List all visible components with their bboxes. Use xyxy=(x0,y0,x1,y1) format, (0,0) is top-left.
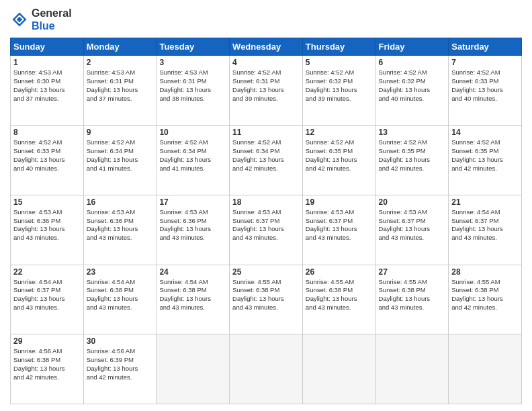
calendar-cell: 20Sunrise: 4:53 AM Sunset: 6:37 PM Dayli… xyxy=(375,195,449,265)
page: General Blue SundayMondayTuesdayWednesda… xyxy=(0,0,532,411)
calendar-cell: 10Sunrise: 4:52 AM Sunset: 6:34 PM Dayli… xyxy=(157,126,230,195)
calendar-cell: 29Sunrise: 4:56 AM Sunset: 6:38 PM Dayli… xyxy=(11,334,84,404)
cell-info: Sunrise: 4:56 AM Sunset: 6:38 PM Dayligh… xyxy=(13,347,81,381)
calendar-cell: 26Sunrise: 4:55 AM Sunset: 6:38 PM Dayli… xyxy=(302,265,375,334)
calendar-cell: 21Sunrise: 4:54 AM Sunset: 6:37 PM Dayli… xyxy=(449,195,522,265)
cell-info: Sunrise: 4:52 AM Sunset: 6:32 PM Dayligh… xyxy=(306,68,373,103)
cell-info: Sunrise: 4:52 AM Sunset: 6:31 PM Dayligh… xyxy=(232,68,300,103)
cell-info: Sunrise: 4:54 AM Sunset: 6:37 PM Dayligh… xyxy=(13,278,81,312)
cell-info: Sunrise: 4:53 AM Sunset: 6:37 PM Dayligh… xyxy=(306,208,373,242)
calendar-cell xyxy=(302,334,375,404)
day-number: 11 xyxy=(232,128,300,137)
day-number: 20 xyxy=(379,197,446,207)
calendar-cell: 13Sunrise: 4:52 AM Sunset: 6:35 PM Dayli… xyxy=(375,126,449,195)
day-number: 5 xyxy=(306,58,373,67)
calendar-cell xyxy=(157,334,230,404)
day-number: 15 xyxy=(13,197,81,207)
calendar-week-2: 15Sunrise: 4:53 AM Sunset: 6:36 PM Dayli… xyxy=(11,195,522,265)
cell-info: Sunrise: 4:52 AM Sunset: 6:35 PM Dayligh… xyxy=(451,138,519,173)
day-number: 25 xyxy=(232,267,300,277)
day-number: 19 xyxy=(306,197,373,207)
cell-info: Sunrise: 4:53 AM Sunset: 6:36 PM Dayligh… xyxy=(87,208,154,242)
cell-info: Sunrise: 4:53 AM Sunset: 6:36 PM Dayligh… xyxy=(13,208,81,242)
calendar-cell: 1Sunrise: 4:53 AM Sunset: 6:30 PM Daylig… xyxy=(11,56,84,126)
calendar-cell: 19Sunrise: 4:53 AM Sunset: 6:37 PM Dayli… xyxy=(302,195,375,265)
calendar-header-row: SundayMondayTuesdayWednesdayThursdayFrid… xyxy=(11,38,522,56)
calendar-cell xyxy=(230,334,303,404)
weekday-header-saturday: Saturday xyxy=(449,38,522,56)
cell-info: Sunrise: 4:54 AM Sunset: 6:38 PM Dayligh… xyxy=(159,278,226,312)
logo-icon xyxy=(10,10,29,29)
day-number: 24 xyxy=(159,267,226,277)
weekday-header-friday: Friday xyxy=(375,38,449,56)
day-number: 16 xyxy=(87,197,154,207)
cell-info: Sunrise: 4:52 AM Sunset: 6:34 PM Dayligh… xyxy=(87,138,154,173)
weekday-header-thursday: Thursday xyxy=(302,38,375,56)
day-number: 27 xyxy=(379,267,446,277)
cell-info: Sunrise: 4:52 AM Sunset: 6:34 PM Dayligh… xyxy=(159,138,226,173)
calendar-cell: 2Sunrise: 4:53 AM Sunset: 6:31 PM Daylig… xyxy=(83,56,157,126)
calendar-table: SundayMondayTuesdayWednesdayThursdayFrid… xyxy=(10,38,522,404)
calendar-cell: 11Sunrise: 4:52 AM Sunset: 6:34 PM Dayli… xyxy=(230,126,303,195)
day-number: 22 xyxy=(13,267,81,277)
day-number: 3 xyxy=(159,58,226,67)
calendar-cell: 4Sunrise: 4:52 AM Sunset: 6:31 PM Daylig… xyxy=(230,56,303,126)
day-number: 13 xyxy=(379,128,446,137)
cell-info: Sunrise: 4:55 AM Sunset: 6:38 PM Dayligh… xyxy=(232,278,300,312)
calendar-cell: 5Sunrise: 4:52 AM Sunset: 6:32 PM Daylig… xyxy=(302,56,375,126)
calendar-cell xyxy=(449,334,522,404)
calendar-cell xyxy=(375,334,449,404)
header: General Blue xyxy=(10,7,522,32)
calendar-cell: 22Sunrise: 4:54 AM Sunset: 6:37 PM Dayli… xyxy=(11,265,84,334)
day-number: 8 xyxy=(13,128,81,137)
calendar-cell: 18Sunrise: 4:53 AM Sunset: 6:37 PM Dayli… xyxy=(230,195,303,265)
calendar-week-4: 29Sunrise: 4:56 AM Sunset: 6:38 PM Dayli… xyxy=(11,334,522,404)
day-number: 6 xyxy=(379,58,446,67)
weekday-header-monday: Monday xyxy=(83,38,157,56)
day-number: 29 xyxy=(13,336,81,346)
calendar-cell: 28Sunrise: 4:55 AM Sunset: 6:38 PM Dayli… xyxy=(449,265,522,334)
cell-info: Sunrise: 4:52 AM Sunset: 6:32 PM Dayligh… xyxy=(379,68,446,103)
day-number: 18 xyxy=(232,197,300,207)
calendar-cell: 27Sunrise: 4:55 AM Sunset: 6:38 PM Dayli… xyxy=(375,265,449,334)
day-number: 17 xyxy=(159,197,226,207)
calendar-week-0: 1Sunrise: 4:53 AM Sunset: 6:30 PM Daylig… xyxy=(11,56,522,126)
day-number: 12 xyxy=(306,128,373,137)
day-number: 4 xyxy=(232,58,300,67)
day-number: 1 xyxy=(13,58,81,67)
calendar-cell: 8Sunrise: 4:52 AM Sunset: 6:33 PM Daylig… xyxy=(11,126,84,195)
cell-info: Sunrise: 4:52 AM Sunset: 6:33 PM Dayligh… xyxy=(13,138,81,173)
calendar-cell: 3Sunrise: 4:53 AM Sunset: 6:31 PM Daylig… xyxy=(157,56,230,126)
cell-info: Sunrise: 4:54 AM Sunset: 6:38 PM Dayligh… xyxy=(87,278,154,312)
calendar-cell: 30Sunrise: 4:56 AM Sunset: 6:39 PM Dayli… xyxy=(83,334,157,404)
cell-info: Sunrise: 4:53 AM Sunset: 6:31 PM Dayligh… xyxy=(159,68,226,103)
calendar-cell: 24Sunrise: 4:54 AM Sunset: 6:38 PM Dayli… xyxy=(157,265,230,334)
calendar-cell: 23Sunrise: 4:54 AM Sunset: 6:38 PM Dayli… xyxy=(83,265,157,334)
cell-info: Sunrise: 4:53 AM Sunset: 6:36 PM Dayligh… xyxy=(159,208,226,242)
cell-info: Sunrise: 4:55 AM Sunset: 6:38 PM Dayligh… xyxy=(379,278,446,312)
weekday-header-tuesday: Tuesday xyxy=(157,38,230,56)
calendar-cell: 25Sunrise: 4:55 AM Sunset: 6:38 PM Dayli… xyxy=(230,265,303,334)
cell-info: Sunrise: 4:52 AM Sunset: 6:35 PM Dayligh… xyxy=(379,138,446,173)
cell-info: Sunrise: 4:53 AM Sunset: 6:37 PM Dayligh… xyxy=(232,208,300,242)
day-number: 23 xyxy=(87,267,154,277)
calendar-cell: 7Sunrise: 4:52 AM Sunset: 6:33 PM Daylig… xyxy=(449,56,522,126)
weekday-header-sunday: Sunday xyxy=(11,38,84,56)
calendar-cell: 15Sunrise: 4:53 AM Sunset: 6:36 PM Dayli… xyxy=(11,195,84,265)
day-number: 28 xyxy=(451,267,519,277)
cell-info: Sunrise: 4:53 AM Sunset: 6:37 PM Dayligh… xyxy=(379,208,446,242)
calendar-cell: 16Sunrise: 4:53 AM Sunset: 6:36 PM Dayli… xyxy=(83,195,157,265)
logo-text: General Blue xyxy=(32,7,72,32)
logo: General Blue xyxy=(10,7,72,32)
cell-info: Sunrise: 4:52 AM Sunset: 6:34 PM Dayligh… xyxy=(232,138,300,173)
cell-info: Sunrise: 4:53 AM Sunset: 6:31 PM Dayligh… xyxy=(87,68,154,103)
calendar-week-1: 8Sunrise: 4:52 AM Sunset: 6:33 PM Daylig… xyxy=(11,126,522,195)
day-number: 30 xyxy=(87,336,154,346)
calendar-cell: 9Sunrise: 4:52 AM Sunset: 6:34 PM Daylig… xyxy=(83,126,157,195)
day-number: 14 xyxy=(451,128,519,137)
day-number: 10 xyxy=(159,128,226,137)
calendar-week-3: 22Sunrise: 4:54 AM Sunset: 6:37 PM Dayli… xyxy=(11,265,522,334)
calendar-cell: 12Sunrise: 4:52 AM Sunset: 6:35 PM Dayli… xyxy=(302,126,375,195)
calendar-body: 1Sunrise: 4:53 AM Sunset: 6:30 PM Daylig… xyxy=(11,56,522,404)
cell-info: Sunrise: 4:55 AM Sunset: 6:38 PM Dayligh… xyxy=(306,278,373,312)
